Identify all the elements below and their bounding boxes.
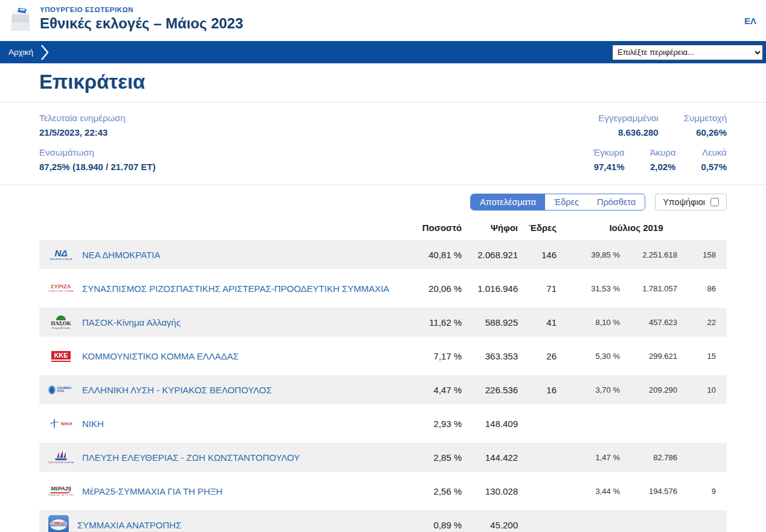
logo-caption: ΣΥΜΜΑΧΙΑ ΓΙΑ ΤΗ ΡΗΞΗ — [48, 494, 74, 496]
elliniki-lysi-party-logo: ΕΛΛΗΝΙΚΗ ΛΥΣΗ — [48, 379, 74, 401]
table-row: ΚΚΕ ΚΟΜΜΟΥΝΙΣΤΙΚΟ ΚΟΜΜΑ ΕΛΛΑΔΑΣ 7,17 % 3… — [39, 341, 727, 370]
syriza-party-logo: ΣΥΡΙΖΑ ΠΡΟΟΔΕΥΤΙΚΗ ΣΥΜΜΑΧΙΑ — [48, 277, 74, 299]
logo-caption: ΝΕΑ ΔΗΜΟΚΡΑΤΙΑ — [49, 258, 72, 261]
results-tab-group: Αποτελέσματα Έδρες Πρόσθετα — [470, 194, 645, 211]
ballot-box-icon — [8, 5, 33, 33]
tab-seats[interactable]: Έδρες — [545, 194, 588, 210]
language-switcher[interactable]: ΕΛ — [744, 16, 756, 26]
party-link[interactable]: ΠΛΕΥΣΗ ΕΛΕΥΘΕΡΙΑΣ - ΖΩΗ ΚΩΝΣΤΑΝΤΟΠΟΥΛΟΥ — [82, 452, 300, 463]
stat-invalid: Άκυρα 2,02% — [650, 147, 676, 172]
stats-row-1: Εγγεγραμμένοι 8.636.280 Συμμετοχή 60,26% — [598, 113, 727, 138]
party-cell: ΣΥΜΜΑΧΙΑ ΑΝΑΤΡΟΠΗΣ ΣΥΜΜΑΧΙΑ ΑΝΑΤΡΟΠΗΣ — [39, 515, 395, 532]
stat-label: Συμμετοχή — [684, 113, 727, 123]
logo-text: ΝΔ — [55, 249, 68, 258]
results-table: Ποσοστό Ψήφοι Έδρες Ιούλιος 2019 ΝΔ ΝΕΑ … — [0, 213, 766, 532]
seats-cell: 71 — [518, 283, 557, 294]
candidates-toggle-button[interactable]: Υποψήφιοι — [655, 194, 727, 211]
logo-caption: Κίνημα Αλλαγής — [51, 327, 70, 329]
stat-value: 8.636.280 — [618, 127, 659, 138]
votes-cell: 130.028 — [462, 486, 518, 496]
party-link[interactable]: ΣΥΝΑΣΠΙΣΜΟΣ ΡΙΖΟΣΠΑΣΤΙΚΗΣ ΑΡΙΣΤΕΡΑΣ-ΠΡΟΟ… — [82, 283, 389, 294]
percent-cell: 2,93 % — [395, 419, 462, 429]
prev-seats-cell: 9 — [677, 487, 716, 496]
col-header-votes: Ψήφοι — [462, 223, 518, 233]
party-link[interactable]: ΣΥΜΜΑΧΙΑ ΑΝΑΤΡΟΠΗΣ — [77, 520, 181, 530]
prev-votes-cell: 457.623 — [620, 318, 677, 327]
stats-section: Τελευταία ενημέρωση 21/5/2023, 22:43 Ενσ… — [0, 103, 766, 185]
stat-value: 0,57% — [701, 162, 727, 172]
prev-percent-cell: 39,85 % — [557, 250, 620, 259]
party-link[interactable]: ΝΙΚΗ — [82, 419, 104, 429]
nd-party-logo: ΝΔ ΝΕΑ ΔΗΜΟΚΡΑΤΙΑ — [48, 244, 74, 265]
symmaxia-anatropis-party-logo: ΣΥΜΜΑΧΙΑ ΑΝΑΤΡΟΠΗΣ — [48, 515, 69, 532]
page-title: Επικράτεια — [39, 71, 727, 93]
prev-seats-cell: 158 — [677, 250, 716, 259]
plefsi-party-logo: ΠΛΕΥΣΗ ΕΛΕΥΘΕΡΙΑΣ — [48, 446, 74, 468]
logo-caption: ΠΛΕΥΣΗ ΕΛΕΥΘΕΡΙΑΣ — [48, 461, 74, 464]
prev-votes-cell: 1.781.057 — [620, 284, 677, 293]
votes-cell: 144.422 — [462, 452, 518, 463]
prev-votes-cell: 194.576 — [620, 487, 677, 496]
logo-text: ΝΙΚΗ — [61, 422, 72, 426]
percent-cell: 4,47 % — [395, 385, 462, 395]
site-title: Εθνικές εκλογές – Μάιος 2023 — [40, 15, 243, 32]
stat-label: Τελευταία ενημέρωση — [39, 113, 156, 123]
prev-votes-cell: 82.786 — [620, 453, 677, 462]
party-cell: ΠΑΣΟΚ Κίνημα Αλλαγής ΠΑΣΟΚ-Κίνημα Αλλαγή… — [39, 311, 395, 333]
stat-label: Ενσωμάτωση — [39, 147, 156, 157]
tab-extras[interactable]: Πρόσθετα — [588, 194, 645, 210]
stat-label: Άκυρα — [650, 147, 676, 157]
votes-cell: 363.353 — [462, 351, 518, 361]
stat-label: Έγκυρα — [593, 147, 624, 157]
party-cell: ΠΛΕΥΣΗ ΕΛΕΥΘΕΡΙΑΣ ΠΛΕΥΣΗ ΕΛΕΥΘΕΡΙΑΣ - ΖΩ… — [39, 446, 395, 468]
logo-text: ΕΛΛΗΝΙΚΗ ΛΥΣΗ — [57, 387, 74, 393]
prev-votes-cell: 209.290 — [620, 385, 677, 394]
logo-caption: ΠΡΟΟΔΕΥΤΙΚΗ ΣΥΜΜΑΧΙΑ — [48, 290, 74, 293]
percent-cell: 2,85 % — [395, 452, 462, 463]
candidates-checkbox[interactable] — [710, 198, 719, 206]
prev-seats-cell: 15 — [677, 352, 716, 361]
stat-label: Λευκά — [702, 147, 727, 157]
party-cell: ΝΙΚΗ ΝΙΚΗ — [39, 413, 395, 434]
globe-icon — [48, 385, 56, 394]
prev-percent-cell: 5,30 % — [557, 352, 620, 361]
party-link[interactable]: ΜέΡΑ25-ΣΥΜΜΑΧΙΑ ΓΙΑ ΤΗ ΡΗΞΗ — [82, 486, 223, 496]
votes-cell: 226.536 — [462, 385, 518, 395]
seats-cell: 41 — [518, 317, 557, 328]
party-link[interactable]: ΠΑΣΟΚ-Κίνημα Αλλαγής — [82, 317, 180, 328]
stats-row-2: Έγκυρα 97,41% Άκυρα 2,02% Λευκά 0,57% — [593, 147, 727, 172]
prev-percent-cell: 3,44 % — [557, 487, 620, 496]
region-select[interactable]: Επιλέξτε περιφέρεια... — [612, 45, 763, 60]
stat-registered: Εγγεγραμμένοι 8.636.280 — [598, 113, 659, 138]
prev-seats-cell: 22 — [677, 318, 716, 327]
party-link[interactable]: ΕΛΛΗΝΙΚΗ ΛΥΣΗ - ΚΥΡΙΑΚΟΣ ΒΕΛΟΠΟΥΛΟΣ — [82, 385, 272, 395]
chevron-right-icon — [40, 45, 49, 60]
percent-cell: 11,62 % — [395, 317, 462, 328]
prev-votes-cell: 2.251.618 — [620, 250, 677, 259]
stats-left: Τελευταία ενημέρωση 21/5/2023, 22:43 Ενσ… — [39, 113, 156, 172]
stat-valid: Έγκυρα 97,41% — [593, 147, 624, 172]
breadcrumb-bar: Αρχική Επιλέξτε περιφέρεια... — [0, 41, 766, 63]
table-header-row: Ποσοστό Ψήφοι Έδρες Ιούλιος 2019 — [39, 213, 727, 240]
party-link[interactable]: ΚΟΜΜΟΥΝΙΣΤΙΚΟ ΚΟΜΜΑ ΕΛΛΑΔΑΣ — [82, 351, 238, 361]
stat-blank: Λευκά 0,57% — [701, 147, 727, 172]
table-row: ΠΑΣΟΚ Κίνημα Αλλαγής ΠΑΣΟΚ-Κίνημα Αλλαγή… — [39, 308, 727, 337]
pasok-party-logo: ΠΑΣΟΚ Κίνημα Αλλαγής — [48, 311, 74, 333]
breadcrumb-home-link[interactable]: Αρχική — [0, 48, 40, 57]
niki-party-logo: ΝΙΚΗ — [48, 413, 74, 434]
logo-text: ΠΑΣΟΚ — [51, 321, 71, 326]
candidates-toggle-label: Υποψήφιοι — [663, 197, 705, 207]
stat-value: 2,02% — [650, 162, 676, 172]
party-link[interactable]: ΝΕΑ ΔΗΜΟΚΡΑΤΙΑ — [82, 250, 161, 260]
prev-percent-cell: 8,10 % — [557, 318, 620, 327]
mera25-party-logo: ΜέΡΑ25 ΣΥΜΜΑΧΙΑ ΓΙΑ ΤΗ ΡΗΞΗ — [48, 480, 74, 502]
percent-cell: 40,81 % — [395, 250, 462, 260]
votes-cell: 148.409 — [462, 419, 518, 429]
table-row: ΣΥΜΜΑΧΙΑ ΑΝΑΤΡΟΠΗΣ ΣΥΜΜΑΧΙΑ ΑΝΑΤΡΟΠΗΣ 0,… — [39, 510, 727, 532]
party-cell: ΣΥΡΙΖΑ ΠΡΟΟΔΕΥΤΙΚΗ ΣΥΜΜΑΧΙΑ ΣΥΝΑΣΠΙΣΜΟΣ … — [39, 277, 395, 299]
sun-icon — [56, 315, 66, 320]
tab-results[interactable]: Αποτελέσματα — [471, 194, 545, 210]
table-row: ΣΥΡΙΖΑ ΠΡΟΟΔΕΥΤΙΚΗ ΣΥΜΜΑΧΙΑ ΣΥΝΑΣΠΙΣΜΟΣ … — [39, 274, 727, 303]
party-cell: ΚΚΕ ΚΟΜΜΟΥΝΙΣΤΙΚΟ ΚΟΜΜΑ ΕΛΛΑΔΑΣ — [39, 345, 395, 367]
logo-text: ΜέΡΑ25 — [51, 486, 71, 493]
